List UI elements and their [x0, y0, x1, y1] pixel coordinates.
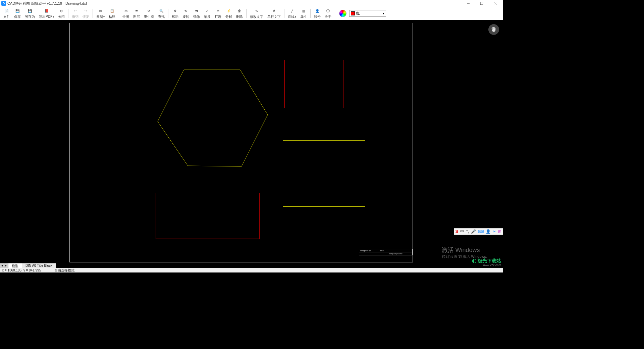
title-block: designed bydate company name — [359, 249, 413, 262]
line-button[interactable]: ╱直线▾ — [286, 7, 298, 20]
pan-hand-button[interactable] — [488, 24, 499, 35]
full-view-icon: ▭ — [122, 8, 129, 14]
paste-button[interactable]: 📋粘贴 — [107, 7, 117, 20]
find-icon: 🔍 — [158, 8, 165, 14]
ime-person-icon[interactable]: 👤 — [486, 229, 491, 234]
yellow-rectangle[interactable] — [283, 140, 365, 207]
color-wheel-button[interactable] — [339, 10, 346, 17]
close-file-button[interactable]: ⊘关闭 — [56, 7, 67, 20]
ime-mic-icon[interactable]: 🎤 — [471, 229, 476, 234]
ime-logo-icon: S — [455, 229, 458, 234]
rotate-icon: ⟲ — [182, 8, 189, 14]
export-pdf-button[interactable]: 📕导出PDF▾ — [37, 7, 56, 20]
paste-icon: 📋 — [109, 8, 115, 14]
explode-icon: ⚡ — [225, 8, 232, 14]
chevron-down-icon: ▾ — [383, 12, 384, 15]
move-icon: ✥ — [172, 8, 178, 14]
hand-icon — [491, 27, 497, 33]
about-button[interactable]: ⓘ关于 — [323, 7, 333, 20]
red-rectangle-bottom[interactable] — [156, 193, 260, 239]
regen-button[interactable]: ⟳重生成 — [142, 7, 156, 20]
status-coords: x = 1368.105, y = 841.995 — [2, 268, 41, 272]
color-dropdown[interactable]: 红 ▾ — [349, 10, 386, 17]
properties-icon: ▤ — [300, 8, 307, 14]
main-toolbar: 📄文件 💾保存 💾另存为 📕导出PDF▾ ⊘关闭 ↶撤销 ↷恢复 ⧉复制▾ 📋粘… — [0, 7, 503, 20]
undo-button[interactable]: ↶撤销 — [70, 7, 80, 20]
full-view-button[interactable]: ▭全图 — [120, 7, 131, 20]
toolbar-separator — [168, 9, 168, 18]
close-file-icon: ⊘ — [58, 8, 65, 14]
status-mode: 自由选择模式 — [54, 268, 74, 273]
mirror-button[interactable]: ⇋镜像 — [191, 7, 202, 20]
save-button[interactable]: 💾保存 — [12, 7, 23, 20]
about-icon: ⓘ — [325, 8, 331, 14]
hexagon-shape[interactable] — [157, 69, 268, 167]
color-label: 红 — [356, 11, 360, 16]
regen-icon: ⟳ — [146, 8, 152, 14]
move-button[interactable]: ✥移动 — [170, 7, 180, 20]
svg-rect-1 — [480, 2, 483, 5]
toolbar-separator — [119, 9, 119, 18]
maximize-button[interactable] — [475, 0, 488, 7]
svg-marker-4 — [158, 70, 268, 166]
properties-button[interactable]: ▤属性 — [298, 7, 309, 20]
site-watermark: ◐ 极光下载站 www.xz7.com — [472, 259, 501, 267]
ime-keyboard-icon[interactable]: ⌨ — [478, 229, 484, 234]
account-icon: 👤 — [314, 8, 321, 14]
minimize-button[interactable] — [462, 0, 475, 7]
app-icon: D — [1, 1, 6, 6]
toolbar-separator — [246, 9, 247, 18]
toolbar-separator — [310, 9, 311, 18]
ime-lang[interactable]: 中 — [460, 229, 464, 235]
find-button[interactable]: 🔍查找 — [156, 7, 167, 20]
layers-icon: ≣ — [133, 8, 140, 14]
save-icon: 💾 — [14, 8, 21, 14]
drawing-canvas[interactable]: designed bydate company name — [0, 20, 503, 264]
single-text-icon: A — [271, 8, 277, 14]
single-text-button[interactable]: A单行文字 — [265, 7, 283, 20]
break-icon: ✂ — [215, 8, 221, 14]
save-as-icon: 💾 — [26, 8, 33, 14]
save-as-button[interactable]: 💾另存为 — [23, 7, 37, 20]
red-rectangle-top[interactable] — [284, 60, 343, 108]
copy-button[interactable]: ⧉复制▾ — [94, 7, 107, 20]
line-icon: ╱ — [289, 8, 296, 14]
close-button[interactable] — [488, 0, 502, 7]
account-button[interactable]: 👤账号 — [312, 7, 323, 20]
status-bar: x = 1368.105, y = 841.995 自由选择模式 — [0, 268, 503, 272]
ime-toolbar[interactable]: S 中 °, 🎤 ⌨ 👤 ✂ ⊞ — [454, 228, 503, 235]
delete-button[interactable]: 🗑删除 — [234, 7, 245, 20]
redo-button[interactable]: ↷恢复 — [80, 7, 91, 20]
edit-text-icon: ✎ — [253, 8, 260, 14]
window-title: CAD快速看图-编辑助手 v1.7.1.19 - Drawing4.dxf — [7, 1, 87, 6]
mirror-icon: ⇋ — [193, 8, 200, 14]
export-pdf-icon: 📕 — [43, 8, 50, 14]
windows-activation-watermark: 激活 Windows 转到"设置"以激活 Windows。 — [442, 246, 490, 259]
redo-icon: ↷ — [83, 8, 89, 14]
break-button[interactable]: ✂打断 — [213, 7, 223, 20]
explode-button[interactable]: ⚡分解 — [223, 7, 234, 20]
layers-button[interactable]: ≣图层 — [131, 7, 142, 20]
window-titlebar: D CAD快速看图-编辑助手 v1.7.1.19 - Drawing4.dxf — [0, 0, 503, 7]
ime-grid-icon[interactable]: ⊞ — [498, 229, 501, 234]
toolbar-separator — [68, 9, 68, 18]
toolbar-separator — [335, 9, 335, 18]
delete-icon: 🗑 — [236, 8, 243, 14]
copy-icon: ⧉ — [97, 8, 104, 14]
toolbar-separator — [93, 9, 93, 18]
scale-button[interactable]: ⤢缩放 — [202, 7, 213, 20]
color-swatch-icon — [351, 11, 355, 15]
rotate-button[interactable]: ⟲旋转 — [180, 7, 191, 20]
file-button[interactable]: 📄文件 — [1, 7, 12, 20]
undo-icon: ↶ — [72, 8, 78, 14]
edit-text-button[interactable]: ✎修改文字 — [248, 7, 265, 20]
ime-scissors-icon[interactable]: ✂ — [493, 229, 496, 234]
scale-icon: ⤢ — [204, 8, 211, 14]
toolbar-separator — [284, 9, 284, 18]
ime-punct-icon[interactable]: °, — [466, 229, 469, 234]
file-icon: 📄 — [3, 8, 10, 14]
